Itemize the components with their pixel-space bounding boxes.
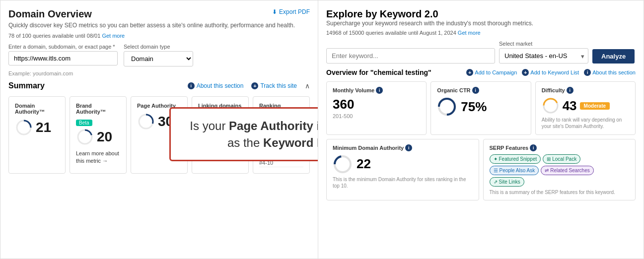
ctr-display: 75% bbox=[437, 97, 524, 117]
track-site-btn[interactable]: + Track this site bbox=[251, 82, 297, 89]
difficulty-header: 43 Moderate bbox=[542, 97, 629, 115]
market-group: Select market United States - en-US bbox=[499, 41, 588, 64]
bottom-metrics-grid: Minimum Domain Authority i 22 This is th… bbox=[326, 139, 636, 200]
overview-actions: + Add to Campaign + Add to Keyword List … bbox=[466, 69, 636, 76]
market-label: Select market bbox=[499, 41, 588, 47]
queries-info: 78 of 100 queries available until 08/01 … bbox=[8, 33, 310, 39]
mda-note: This is the minimum Domain Authority for… bbox=[333, 176, 473, 189]
mda-value-container: 22 bbox=[333, 154, 473, 174]
moderate-badge: Moderate bbox=[580, 102, 610, 110]
right-panel-title: Explore by Keyword 2.0 bbox=[326, 8, 636, 20]
domain-authority-card: Domain Authority™ 21 bbox=[8, 96, 66, 174]
monthly-volume-title: Monthly Volume i bbox=[333, 87, 420, 94]
domain-type-label: Select domain type bbox=[124, 44, 193, 50]
info-icon-right: i bbox=[584, 69, 591, 76]
plus-icon-kwlist: + bbox=[522, 69, 529, 76]
mda-title: Minimum Domain Authority i bbox=[333, 144, 473, 151]
analyze-button[interactable]: Analyze bbox=[592, 49, 635, 64]
right-queries-info: 14968 of 15000 queries available until A… bbox=[326, 30, 636, 36]
organic-ctr-card: Organic CTR i 75% bbox=[430, 81, 531, 135]
keyword-form: Select market United States - en-US Anal… bbox=[326, 41, 636, 64]
get-more-link[interactable]: Get more bbox=[102, 33, 125, 39]
serp-note: This is a summary of the SERP features f… bbox=[490, 190, 630, 195]
overview-title: Overview for "chemical testing" bbox=[326, 68, 431, 76]
ctr-circle-svg bbox=[437, 97, 457, 117]
difficulty-card: Difficulty i 43 Moderate Ability to rank… bbox=[535, 81, 636, 135]
beta-badge: Beta bbox=[76, 120, 92, 126]
monthly-volume-card: Monthly Volume i 360 201-500 bbox=[326, 81, 427, 135]
plus-icon-track: + bbox=[251, 82, 258, 89]
left-panel-subtitle: Quickly discover key SEO metrics so you … bbox=[8, 22, 310, 29]
kw-metrics-top: Monthly Volume i 360 201-500 Organic CTR… bbox=[326, 81, 636, 135]
domain-input-group: Enter a domain, subdomain, or exact page… bbox=[8, 44, 118, 66]
right-panel-subtitle: Supercharge your keyword research with t… bbox=[326, 20, 636, 27]
organic-ctr-title: Organic CTR i bbox=[437, 87, 524, 94]
right-panel: Explore by Keyword 2.0 Supercharge your … bbox=[318, 0, 644, 259]
ctr-info-icon: i bbox=[472, 87, 479, 94]
overview-header: Overview for "chemical testing" + Add to… bbox=[326, 68, 636, 76]
brand-authority-title: Brand Authority™ bbox=[76, 103, 120, 115]
serp-tag-local: ⊞ Local Pack bbox=[543, 154, 580, 164]
overlay-bold2: Keyword Difficulty bbox=[263, 136, 318, 149]
add-keyword-list-btn[interactable]: + Add to Keyword List bbox=[522, 69, 579, 76]
right-get-more-link[interactable]: Get more bbox=[458, 30, 481, 36]
left-panel-title: Domain Overview bbox=[8, 8, 310, 20]
page-authority-circle bbox=[137, 113, 155, 130]
keyword-input[interactable] bbox=[326, 48, 495, 64]
brand-authority-card: Brand Authority™ Beta 20 Learn more abou… bbox=[70, 96, 127, 174]
domain-authority-circle bbox=[15, 119, 33, 136]
left-panel: Domain Overview Quickly discover key SEO… bbox=[0, 0, 318, 259]
serp-tag-featured: ✦ Featured Snippet bbox=[490, 154, 541, 164]
overlay-box: Is your Page Authority in the same range… bbox=[169, 107, 318, 161]
domain-authority-value: 21 bbox=[36, 120, 51, 135]
monthly-volume-value: 360 bbox=[333, 97, 420, 112]
brand-authority-value-container: 20 bbox=[76, 128, 120, 146]
mv-info-icon: i bbox=[376, 87, 383, 94]
info-icon-about: i bbox=[188, 82, 195, 89]
summary-header: Summary i About this section + Track thi… bbox=[8, 81, 310, 90]
difficulty-title: Difficulty i bbox=[542, 87, 629, 94]
difficulty-circle-svg bbox=[542, 97, 560, 115]
difficulty-value: 43 bbox=[563, 98, 577, 114]
serp-tag-related: ⇌ Related Searches bbox=[541, 166, 594, 175]
summary-actions: i About this section + Track this site ∧ bbox=[188, 82, 310, 90]
summary-title: Summary bbox=[8, 81, 45, 90]
mda-value: 22 bbox=[357, 156, 371, 172]
serp-title: SERP Features i bbox=[490, 144, 630, 151]
serp-tag-people: ☰ People Also Ask bbox=[490, 166, 539, 175]
domain-authority-title: Domain Authority™ bbox=[15, 103, 59, 115]
mda-info-icon: i bbox=[405, 144, 412, 151]
serp-features-card: SERP Features i ✦ Featured Snippet ⊞ Loc… bbox=[483, 139, 636, 200]
domain-label: Enter a domain, subdomain, or exact page… bbox=[8, 44, 118, 50]
serp-tags: ✦ Featured Snippet ⊞ Local Pack ☰ People… bbox=[490, 154, 630, 187]
overlay-bold1: Page Authority bbox=[229, 119, 313, 132]
chevron-up-icon[interactable]: ∧ bbox=[305, 82, 310, 90]
domain-type-group: Select domain type Domain bbox=[124, 44, 193, 66]
arrow-right-icon: → bbox=[102, 158, 108, 164]
serp-info-icon: i bbox=[530, 144, 537, 151]
domain-authority-value-container: 21 bbox=[15, 119, 59, 136]
about-section-btn[interactable]: i About this section bbox=[188, 82, 244, 89]
plus-icon-campaign: + bbox=[466, 69, 473, 76]
ctr-value: 75% bbox=[461, 99, 487, 115]
add-campaign-btn[interactable]: + Add to Campaign bbox=[466, 69, 517, 76]
export-btn[interactable]: ⬇ Export PDF bbox=[272, 8, 310, 15]
download-icon: ⬇ bbox=[272, 8, 277, 15]
brand-authority-circle bbox=[76, 128, 94, 146]
min-domain-authority-card: Minimum Domain Authority i 22 This is th… bbox=[326, 139, 479, 200]
market-select[interactable]: United States - en-US bbox=[499, 48, 588, 64]
monthly-volume-range: 201-500 bbox=[333, 113, 420, 119]
difficulty-note: Ability to rank will vary depending on y… bbox=[542, 117, 629, 130]
learn-more-text: Learn more about this metric → bbox=[76, 150, 120, 165]
brand-authority-value: 20 bbox=[97, 129, 112, 145]
domain-type-select[interactable]: Domain bbox=[124, 51, 193, 66]
market-select-wrap: United States - en-US bbox=[499, 48, 588, 64]
domain-input[interactable] bbox=[8, 51, 118, 65]
domain-form: Enter a domain, subdomain, or exact page… bbox=[8, 44, 310, 66]
diff-info-icon: i bbox=[567, 87, 573, 94]
serp-tag-site: ⇗ Site Links bbox=[490, 177, 524, 187]
about-section-btn-right[interactable]: i About this section bbox=[584, 69, 636, 76]
domain-hint: Example: yourdomain.com bbox=[8, 70, 310, 76]
mda-circle-svg bbox=[333, 154, 353, 174]
